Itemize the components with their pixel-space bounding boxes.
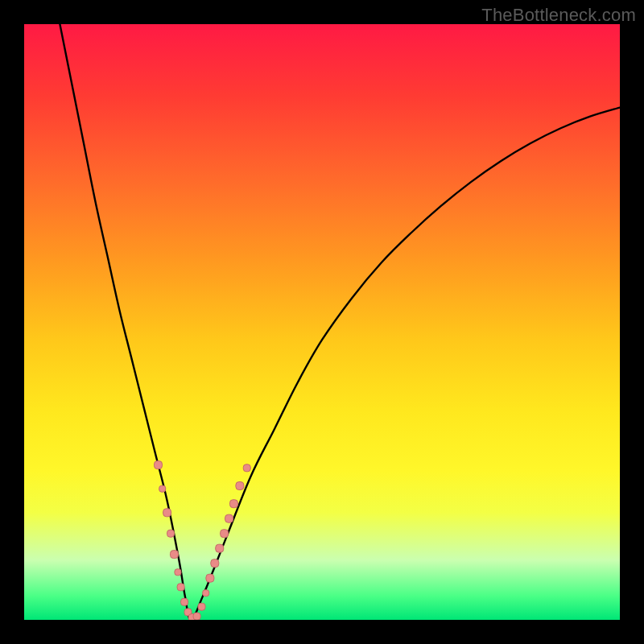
data-marker <box>163 509 171 517</box>
data-marker <box>229 500 237 508</box>
data-marker <box>216 544 224 552</box>
data-marker <box>206 574 214 582</box>
watermark-label: TheBottleneck.com <box>481 5 636 26</box>
chart-svg <box>24 24 620 620</box>
bottleneck-curve <box>60 24 620 620</box>
data-marker <box>211 559 219 568</box>
data-marker <box>155 461 163 469</box>
data-marker <box>167 530 175 537</box>
data-marker <box>170 551 178 559</box>
plot-area <box>24 24 620 620</box>
data-marker <box>243 464 250 472</box>
data-marker <box>225 514 233 522</box>
data-marker <box>193 613 200 620</box>
chart-container: TheBottleneck.com <box>0 0 644 644</box>
data-marker <box>177 584 184 591</box>
data-marker <box>159 485 166 492</box>
data-marker <box>221 530 229 538</box>
data-marker <box>236 482 244 490</box>
data-marker <box>198 603 205 610</box>
data-marker <box>175 569 181 576</box>
data-marker <box>203 590 209 597</box>
data-marker <box>181 598 188 605</box>
curve-layer <box>60 24 620 620</box>
